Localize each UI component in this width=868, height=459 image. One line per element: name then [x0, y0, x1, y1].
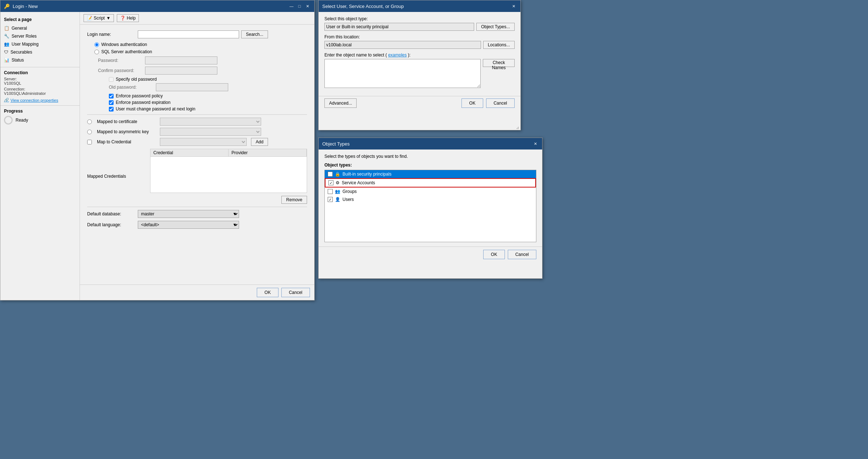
map-credential-label: Map to Credential [97, 139, 155, 144]
progress-ready: Ready [4, 116, 76, 125]
sidebar-item-securables[interactable]: 🛡 Securables [0, 48, 80, 56]
select-user-title-text: Select User, Service Account, or Group [322, 4, 404, 9]
windows-auth-row: Windows authentication [94, 42, 307, 47]
auth-radio-group: Windows authentication SQL Server authen… [94, 42, 307, 54]
securables-icon: 🛡 [4, 50, 8, 55]
login-footer: OK Cancel [80, 285, 314, 300]
progress-section: Progress Ready [0, 105, 80, 127]
object-types-controls: ✕ [532, 140, 539, 147]
script-dropdown-icon: ▼ [106, 16, 111, 21]
select-user-title: Select User, Service Account, or Group [322, 4, 404, 9]
object-item-groups[interactable]: 👥 Groups [325, 188, 536, 195]
locations-button[interactable]: Locations... [483, 41, 515, 49]
enforce-expiration-checkbox[interactable] [109, 100, 114, 105]
windows-auth-radio[interactable] [94, 42, 99, 47]
mapped-cert-select[interactable] [160, 118, 261, 126]
default-database-select[interactable]: master [138, 210, 239, 218]
login-maximize-button[interactable]: □ [296, 3, 303, 9]
form-area: Login name: Search... Windows authentica… [80, 25, 314, 285]
specify-old-password-row: Specify old password [109, 77, 307, 82]
credentials-table-body [150, 157, 307, 193]
sql-auth-radio[interactable] [94, 50, 99, 54]
select-user-cancel-button[interactable]: Cancel [486, 98, 515, 108]
login-ok-button[interactable]: OK [257, 288, 278, 297]
login-minimize-button[interactable]: — [288, 3, 295, 9]
view-connection-properties-link[interactable]: 🔗 View connection properties [4, 98, 76, 102]
mapped-cert-radio[interactable] [87, 119, 92, 124]
resize-handle[interactable]: ⊿ [516, 126, 520, 129]
server-roles-label: Server Roles [12, 34, 37, 39]
sidebar-item-server-roles[interactable]: 🔧 Server Roles [0, 32, 80, 40]
help-button[interactable]: ❓ Help [117, 14, 139, 22]
location-input[interactable] [324, 41, 481, 49]
add-credential-button[interactable]: Add [251, 138, 268, 146]
credential-header-cell: Credential [150, 149, 229, 156]
general-icon: 📋 [4, 26, 9, 31]
old-password-row: Old password: [109, 83, 307, 91]
examples-link[interactable]: examples [388, 52, 407, 58]
server-value: V100SQL [4, 81, 76, 85]
default-language-select[interactable]: <default> [138, 221, 239, 229]
securables-label: Securables [10, 50, 32, 55]
login-window: 🔑 Login - New — □ ✕ Select a page 📋 Gene… [0, 0, 315, 300]
separator2 [87, 207, 307, 207]
object-item-builtin[interactable]: ✓ 🔒 Built-in security principals [325, 170, 536, 178]
object-types-label: Object types: [324, 163, 536, 168]
login-cancel-button[interactable]: Cancel [281, 288, 310, 297]
object-types-body: Select the types of objects you want to … [319, 150, 542, 247]
login-name-input[interactable] [138, 30, 239, 38]
sidebar-item-user-mapping[interactable]: 👥 User Mapping [0, 40, 80, 48]
mapped-asymmetric-row: Mapped to asymmetric key [87, 128, 307, 136]
object-item-users[interactable]: ✓ 👤 Users [325, 195, 536, 203]
object-types-footer: OK Cancel [319, 247, 542, 262]
select-user-ok-button[interactable]: OK [461, 98, 483, 108]
progress-status: Ready [16, 118, 28, 123]
general-label: General [12, 26, 27, 31]
remove-credential-button[interactable]: Remove [281, 196, 307, 204]
object-types-ok-button[interactable]: OK [483, 250, 505, 259]
service-icon: ⚙ [336, 180, 340, 185]
search-button[interactable]: Search... [241, 30, 268, 38]
map-credential-checkbox[interactable] [87, 140, 92, 144]
map-credential-select[interactable] [160, 138, 247, 146]
confirm-password-input[interactable] [145, 67, 217, 75]
object-types-close-button[interactable]: ✕ [532, 140, 539, 147]
users-checkbox: ✓ [328, 197, 333, 202]
object-item-service-accounts[interactable]: ✓ ⚙ Service Accounts [325, 178, 536, 188]
object-type-input[interactable] [324, 23, 474, 31]
enforce-policy-label: Enforce password policy [116, 93, 163, 98]
enforce-policy-checkbox[interactable] [109, 94, 114, 98]
script-button[interactable]: 📝 Script ▼ [84, 14, 114, 22]
object-name-label-text: Enter the object name to select [324, 52, 384, 58]
connection-header: Connection [4, 70, 76, 75]
object-name-textarea[interactable] [324, 59, 481, 88]
login-close-button[interactable]: ✕ [304, 3, 311, 9]
main-content: 📝 Script ▼ ❓ Help Login name: Search... [80, 12, 314, 300]
login-body: Select a page 📋 General 🔧 Server Roles 👥… [0, 12, 314, 300]
sidebar-item-status[interactable]: 📊 Status [0, 56, 80, 64]
select-user-controls: ✕ [510, 3, 517, 9]
credentials-table-header: Credential Provider [150, 149, 307, 157]
server-roles-icon: 🔧 [4, 34, 9, 39]
connection-label-text: Connection: [4, 87, 76, 91]
paren-open: ( [386, 52, 387, 58]
enforce-expiration-label: Enforce password expiration [116, 100, 170, 105]
user-must-change-checkbox[interactable] [109, 107, 114, 111]
advanced-button[interactable]: Advanced... [324, 98, 357, 108]
service-checkbox: ✓ [328, 180, 333, 185]
select-user-body: Select this object type: Object Types...… [319, 12, 520, 96]
sidebar-item-general[interactable]: 📋 General [0, 24, 80, 32]
mapped-asymmetric-radio[interactable] [87, 130, 92, 134]
specify-old-password-checkbox[interactable] [109, 77, 114, 82]
mapped-asymmetric-label: Mapped to asymmetric key [97, 129, 155, 134]
old-password-input[interactable] [156, 83, 228, 91]
mapped-asymmetric-select[interactable] [160, 128, 261, 136]
login-name-label: Login name: [87, 32, 138, 37]
check-names-button[interactable]: Check Names [483, 59, 515, 67]
object-types-description: Select the types of objects you want to … [324, 154, 536, 159]
object-type-label: Select this object type: [324, 16, 515, 21]
password-input[interactable] [145, 56, 217, 64]
select-user-close-button[interactable]: ✕ [510, 3, 517, 9]
object-types-button[interactable]: Object Types... [476, 23, 515, 31]
object-types-cancel-button[interactable]: Cancel [508, 250, 536, 259]
